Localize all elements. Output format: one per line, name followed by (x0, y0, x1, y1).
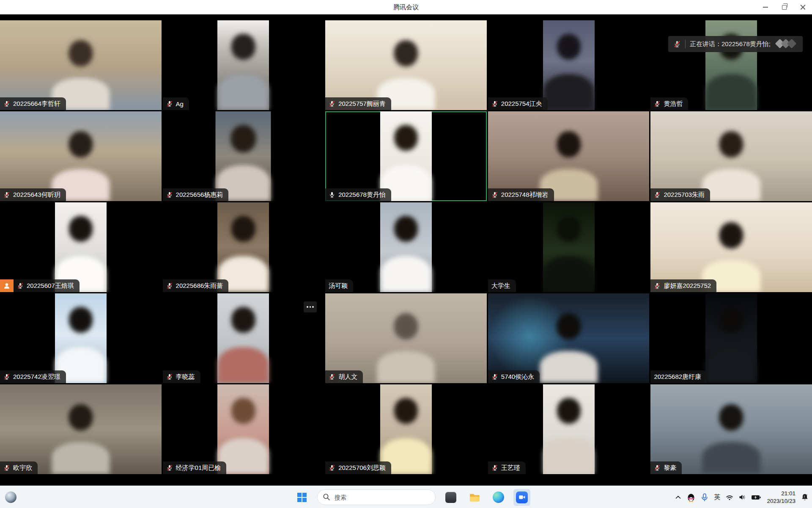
participant-tile[interactable]: Ag (163, 20, 324, 110)
participant-tile[interactable]: 20225742凌翌璟 (0, 293, 162, 383)
participant-nameplate: 20225686朱雨蔷 (163, 279, 229, 292)
participant-tile[interactable]: 20225678黄丹怡 (325, 111, 487, 201)
tray-battery-icon[interactable] (751, 494, 761, 501)
tray-notification-bell-icon[interactable]: z z (801, 493, 809, 502)
mic-muted-icon (329, 100, 335, 107)
tray-volume-icon[interactable] (739, 494, 746, 500)
participant-tile[interactable]: 20225748祁增岩 (488, 111, 650, 201)
participant-video (217, 384, 269, 474)
tray-clock[interactable]: 21:01 2023/10/23 (767, 490, 796, 505)
windows-logo-icon (296, 492, 307, 503)
participant-video (0, 111, 162, 201)
participant-name: Ag (176, 100, 184, 108)
participant-bottombar: 廖妍嘉20225752 (650, 279, 716, 292)
participant-name: 20225656杨惠莉 (176, 191, 223, 199)
participant-bottombar: 20225682唐纡康 (650, 370, 707, 383)
participant-tile[interactable]: 20225656杨惠莉 (163, 111, 324, 201)
participant-nameplate: 20225664李哲轩 (0, 97, 66, 110)
participant-video (650, 384, 812, 474)
participant-video (650, 202, 812, 292)
tray-language-indicator[interactable]: 英 (714, 493, 720, 501)
banner-divider (685, 40, 686, 48)
mic-muted-icon (166, 100, 173, 107)
participant-tile[interactable]: 20225682唐纡康 (650, 293, 812, 383)
minimize-button[interactable] (756, 0, 775, 14)
participant-nameplate: 廖妍嘉20225752 (650, 279, 716, 292)
taskbar-file-explorer[interactable] (466, 489, 483, 506)
search-input[interactable] (317, 489, 436, 505)
participant-video (325, 20, 487, 110)
participant-tile[interactable]: 经济学01周已榆 (163, 384, 324, 474)
participant-tile[interactable]: 20225706刘思颖 (325, 384, 487, 474)
participant-nameplate: 黎豪 (650, 461, 682, 474)
taskbar-search[interactable] (317, 489, 436, 505)
mic-muted-icon (329, 464, 335, 471)
participant-tile[interactable]: 20225703朱雨 (650, 111, 812, 201)
taskbar-app-window[interactable] (442, 489, 459, 506)
taskbar-widget-icon[interactable] (5, 491, 16, 503)
participant-video (216, 111, 271, 201)
participant-video (380, 202, 432, 292)
participant-nameplate: 20225706刘思颖 (325, 461, 391, 474)
participant-tile[interactable]: 大学生 (488, 202, 650, 292)
participant-nameplate: 王艺瑾 (488, 461, 526, 474)
mic-muted-icon (17, 282, 24, 289)
participant-nameplate: 胡人文 (325, 370, 363, 383)
participant-tile[interactable]: 廖妍嘉20225752 (650, 202, 812, 292)
participant-name: 胡人文 (338, 373, 357, 381)
mic-muted-icon (3, 373, 10, 380)
participant-nameplate: 经济学01周已榆 (163, 461, 227, 474)
participant-tile[interactable]: 王艺瑾 (488, 384, 650, 474)
participant-tile[interactable]: 20225643何昕玥 (0, 111, 162, 201)
tray-chevron-up-icon[interactable] (675, 495, 681, 500)
start-button[interactable] (294, 489, 310, 506)
participant-name: 黎豪 (664, 464, 676, 472)
tray-qq-icon[interactable] (687, 493, 695, 502)
participant-nameplate: 20225678黄丹怡 (325, 188, 391, 201)
participant-nameplate: 李晓蕊 (163, 370, 200, 383)
participant-tile[interactable]: 20225757阙丽青 (325, 20, 487, 110)
participant-tile[interactable]: 20225607王焙琪 (0, 202, 162, 292)
participant-name: 李晓蕊 (176, 373, 195, 381)
participant-tile[interactable]: 李晓蕊 (163, 293, 324, 383)
participant-name: 20225748祁增岩 (501, 191, 549, 199)
tray-wifi-icon[interactable] (726, 494, 733, 500)
participant-tile[interactable]: 黄浩哲 (650, 20, 812, 110)
participant-tile[interactable]: 20225664李哲轩 (0, 20, 162, 110)
mic-muted-icon (3, 191, 10, 198)
close-button[interactable] (793, 0, 812, 14)
participant-name: 20225664李哲轩 (13, 100, 60, 108)
participant-bottombar: 20225664李哲轩 (0, 97, 66, 110)
participant-tile[interactable]: 胡人文 (325, 293, 487, 383)
participant-video (380, 111, 432, 201)
clock-date: 2023/10/23 (767, 497, 796, 505)
participant-name: 20225643何昕玥 (13, 191, 60, 199)
participant-name: 20225703朱雨 (664, 191, 705, 199)
taskbar-edge-browser[interactable] (490, 489, 507, 506)
participant-name: 20225682唐纡康 (654, 373, 701, 381)
participant-tile[interactable]: 黎豪 (650, 384, 812, 474)
participant-bottombar: 20225706刘思颖 (325, 461, 391, 474)
participant-video (55, 293, 107, 383)
participant-tile[interactable]: 汤可颖 (325, 202, 487, 292)
mic-muted-icon (3, 464, 10, 471)
titlebar: 腾讯会议 (0, 0, 812, 14)
mic-muted-icon (491, 464, 498, 471)
folder-icon (469, 492, 480, 503)
participant-tile[interactable]: 欧宇欣 (0, 384, 162, 474)
tile-more-options-button[interactable] (304, 301, 317, 312)
participant-nameplate: 20225656杨惠莉 (163, 188, 229, 201)
participant-tile[interactable]: 5740侯沁永 (488, 293, 650, 383)
participant-bottombar: 20225607王焙琪 (0, 279, 80, 292)
taskbar-tencent-meeting[interactable] (513, 489, 530, 506)
participant-name: 黄浩哲 (664, 100, 683, 108)
participant-tile[interactable]: 20225754江央 (488, 20, 650, 110)
participant-video (380, 384, 432, 474)
participant-name: 20225742凌翌璟 (13, 373, 60, 381)
tray-microphone-icon[interactable] (701, 493, 708, 502)
participant-bottombar: 大学生 (488, 279, 516, 292)
participant-tile[interactable]: 20225686朱雨蔷 (163, 202, 324, 292)
taskbar: 英 21:01 2023/10/23 (0, 486, 812, 508)
window-title: 腾讯会议 (393, 3, 419, 11)
restore-button[interactable] (775, 0, 793, 14)
